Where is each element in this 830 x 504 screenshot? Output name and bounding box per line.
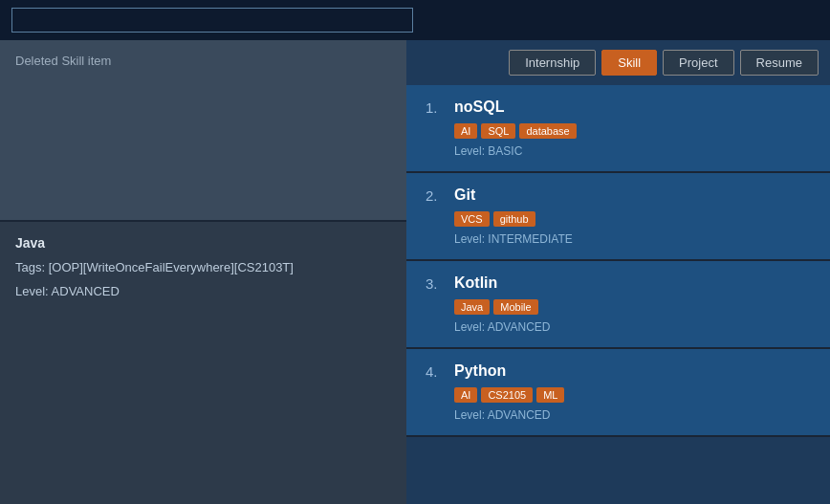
skill-item[interactable]: 2.GitVCSgithubLevel: INTERMEDIATE: [406, 173, 830, 261]
deleted-label: Deleted Skill item: [15, 54, 111, 68]
skill-list: 1.noSQLAISQLdatabaseLevel: BASIC2.GitVCS…: [406, 85, 830, 504]
search-input[interactable]: [11, 8, 413, 33]
skill-tag: AI: [454, 387, 477, 403]
skill-tag: ML: [536, 387, 564, 403]
tab-skill[interactable]: Skill: [601, 50, 657, 76]
skill-tags: AISQLdatabase: [426, 123, 811, 139]
right-panel: Internship Skill Project Resume 1.noSQLA…: [406, 40, 830, 504]
skill-tags: VCSgithub: [426, 211, 811, 227]
tab-resume[interactable]: Resume: [740, 50, 819, 76]
skill-number: 1.: [426, 99, 447, 116]
selected-skill-name: Java: [15, 235, 391, 251]
selected-skill-level: Level: ADVANCED: [15, 284, 391, 298]
left-panel: Deleted Skill item Java Tags: [OOP][Writ…: [0, 40, 406, 504]
skill-tag: Java: [454, 299, 490, 315]
top-bar: [0, 0, 830, 40]
deleted-section: Deleted Skill item: [0, 40, 406, 222]
skill-tag: CS2105: [481, 387, 533, 403]
skill-tag: AI: [454, 123, 477, 139]
skill-tags: JavaMobile: [426, 299, 811, 315]
selected-section: Java Tags: [OOP][WriteOnceFailEverywhere…: [0, 222, 406, 504]
skill-tag: database: [519, 123, 576, 139]
skill-item[interactable]: 3.KotlinJavaMobileLevel: ADVANCED: [406, 261, 830, 349]
skill-number: 2.: [426, 187, 447, 204]
skill-tag: SQL: [481, 123, 515, 139]
skill-item[interactable]: 4.PythonAICS2105MLLevel: ADVANCED: [406, 349, 830, 437]
skill-tag: github: [493, 211, 535, 227]
skill-tag: VCS: [454, 211, 490, 227]
selected-skill-tags: Tags: [OOP][WriteOnceFailEverywhere][CS2…: [15, 260, 391, 274]
skill-tag: Mobile: [493, 299, 537, 315]
skill-number: 4.: [426, 363, 447, 380]
skill-number: 3.: [426, 275, 447, 292]
skill-level: Level: ADVANCED: [426, 320, 811, 334]
skill-name: Kotlin: [454, 274, 497, 292]
skill-item[interactable]: 1.noSQLAISQLdatabaseLevel: BASIC: [406, 85, 830, 173]
skill-level: Level: INTERMEDIATE: [426, 232, 811, 246]
skill-level: Level: ADVANCED: [426, 408, 811, 422]
skill-name: noSQL: [454, 99, 504, 116]
tab-internship[interactable]: Internship: [509, 50, 596, 76]
tab-project[interactable]: Project: [663, 50, 733, 76]
skill-level: Level: BASIC: [426, 144, 811, 158]
main-layout: Deleted Skill item Java Tags: [OOP][Writ…: [0, 40, 830, 504]
skill-name: Python: [454, 362, 506, 380]
tab-bar: Internship Skill Project Resume: [406, 40, 830, 85]
skill-name: Git: [454, 186, 475, 204]
skill-tags: AICS2105ML: [426, 387, 811, 403]
